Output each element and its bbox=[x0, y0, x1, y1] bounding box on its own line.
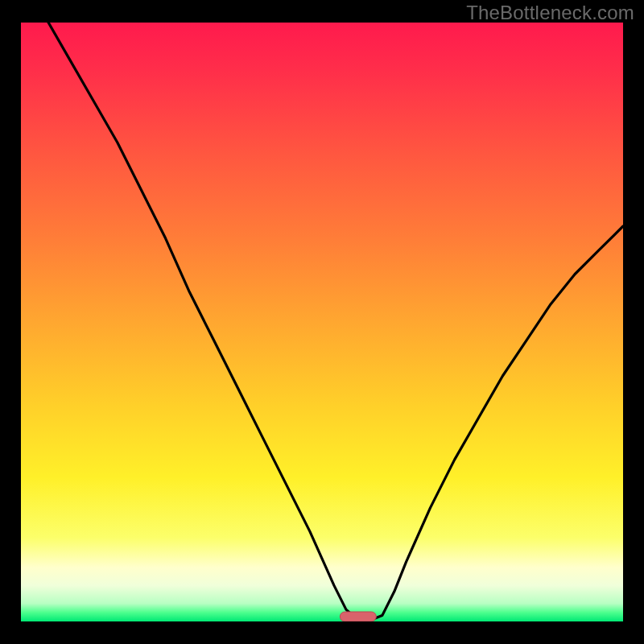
chart-plot-area bbox=[21, 23, 623, 621]
optimum-marker bbox=[340, 612, 376, 621]
gradient-background bbox=[21, 23, 623, 621]
watermark-text: TheBottleneck.com bbox=[466, 2, 634, 24]
chart-frame: TheBottleneck.com bbox=[0, 0, 644, 644]
chart-svg bbox=[21, 23, 623, 621]
